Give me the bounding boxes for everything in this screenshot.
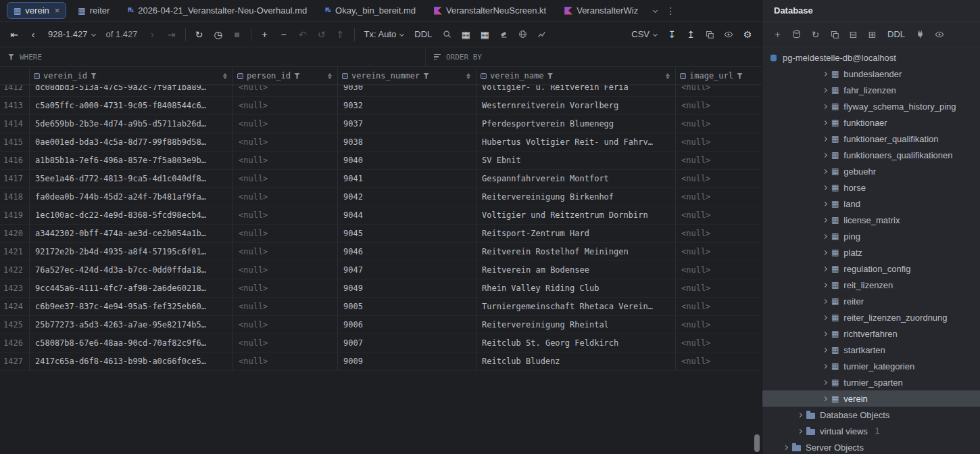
tree-item-table[interactable]: ▦ regulation_config [762, 260, 980, 277]
tree-item-table[interactable]: ▦ richtverfahren [762, 325, 980, 342]
tree-item-table[interactable]: ▦ ping [762, 228, 980, 244]
expand-chevron-icon[interactable] [823, 168, 827, 173]
cell-image-url[interactable]: <null> [676, 225, 762, 242]
filter-funnel-icon[interactable] [423, 73, 429, 79]
ddl-button[interactable]: DDL [410, 26, 437, 43]
table-row[interactable]: 1421 92172e2b-2b4d-4935-a8f4-57195c6f01…… [0, 243, 762, 261]
expand-chevron-icon[interactable] [823, 266, 827, 271]
grid-corner-cell[interactable] [0, 67, 30, 85]
cell-person-id[interactable]: <null> [233, 334, 338, 352]
column-header-verein-name[interactable]: verein_name [476, 67, 676, 85]
cell-image-url[interactable]: <null> [676, 353, 762, 370]
expand-chevron-icon[interactable] [823, 250, 827, 254]
expand-chevron-icon[interactable] [823, 315, 827, 319]
filter-funnel-icon[interactable] [737, 73, 743, 79]
tree-item-table[interactable]: ▦ gebuehr [762, 163, 980, 179]
row-number[interactable]: 1419 [0, 206, 30, 224]
filter-funnel-icon[interactable] [547, 73, 553, 79]
cell-verein-id[interactable]: 1ec100ac-dc22-4e9d-8368-5fcd98ecb4… [30, 206, 233, 224]
web-preview-icon[interactable] [514, 26, 531, 43]
revert-icon[interactable]: ↶ [294, 26, 312, 43]
row-number[interactable]: 1416 [0, 152, 30, 169]
cell-vereins-nummer[interactable]: 9037 [338, 115, 476, 133]
expand-chevron-icon[interactable] [823, 104, 827, 108]
expand-chevron-icon[interactable] [823, 282, 827, 287]
row-number[interactable]: 1418 [0, 188, 30, 206]
cell-image-url[interactable]: <null> [676, 243, 762, 260]
cell-person-id[interactable]: <null> [233, 353, 338, 370]
add-row-button[interactable]: + [256, 26, 274, 43]
cell-verein-name[interactable]: Reitclub St. Georg Feldkirch [476, 334, 676, 352]
view-mode-icon[interactable]: ▦ [457, 26, 474, 43]
cell-verein-name[interactable]: Pferdesportverein Blumenegg [476, 115, 676, 133]
disconnect-plug-icon[interactable] [912, 26, 929, 43]
cell-verein-name[interactable]: Turniergemeinschaft Rhetaca Verein… [476, 298, 676, 315]
cell-person-id[interactable]: <null> [233, 97, 338, 114]
eye-icon[interactable] [720, 26, 737, 43]
expand-chevron-icon[interactable] [823, 363, 827, 368]
last-page-button[interactable]: ⇥ [163, 26, 180, 43]
next-page-button[interactable]: › [144, 26, 162, 43]
cell-image-url[interactable]: <null> [676, 316, 762, 334]
row-number[interactable]: 1414 [0, 115, 30, 133]
tree-item-table[interactable]: ▦ turnier_sparten [762, 374, 980, 390]
cell-image-url[interactable]: <null> [676, 334, 762, 352]
refresh-icon[interactable]: ↻ [191, 26, 208, 43]
cell-verein-name[interactable]: Reitervereinigung Rheintal [476, 316, 676, 334]
cell-vereins-nummer[interactable]: 9007 [338, 334, 476, 352]
tree-item-table[interactable]: ▦ bundeslaender [762, 66, 980, 82]
first-page-button[interactable]: ⇤ [5, 26, 23, 43]
tree-item-table[interactable]: ▦ reiter_lizenzen_zuordnung [762, 309, 980, 325]
cell-verein-name[interactable]: Westernreitverein Vorarlberg [476, 97, 676, 114]
cell-verein-name[interactable]: Hubertus Voltigier Reit- und Fahrv… [476, 133, 676, 151]
expand-chevron-icon[interactable] [823, 233, 827, 238]
cell-image-url[interactable]: <null> [676, 97, 762, 114]
view-options-eye-icon[interactable] [931, 26, 948, 43]
cell-image-url[interactable]: <null> [676, 188, 762, 206]
cell-verein-id[interactable]: 5de659bb-2b3e-4d74-a9b5-d5711ab26d… [30, 115, 233, 133]
expand-chevron-icon[interactable] [798, 412, 802, 417]
tree-item-database-objects[interactable]: Database Objects [762, 407, 980, 423]
sort-arrows-icon[interactable] [466, 73, 472, 79]
cell-vereins-nummer[interactable]: 9040 [338, 152, 476, 169]
cell-image-url[interactable]: <null> [676, 133, 762, 151]
rollback-icon[interactable]: ↺ [313, 26, 330, 43]
cell-verein-id[interactable]: c5a05ffc-a000-4731-9c05-f8408544c6… [30, 97, 233, 114]
cell-verein-id[interactable]: 2417c65a-d6f8-4613-b99b-a0c66f0ce5… [30, 353, 233, 370]
cell-person-id[interactable]: <null> [233, 243, 338, 260]
import-upload-icon[interactable]: ↥ [682, 26, 700, 43]
cell-verein-name[interactable]: Voltigier und Reitzentrum Dornbirn [476, 206, 676, 224]
filter-funnel-icon[interactable] [294, 73, 300, 79]
cell-person-id[interactable]: <null> [233, 152, 338, 169]
cell-verein-name[interactable]: SV Ebnit [476, 152, 676, 169]
expand-chevron-icon[interactable] [823, 380, 827, 384]
cell-person-id[interactable]: <null> [233, 133, 338, 151]
sync-icon[interactable]: ↻ [807, 26, 824, 43]
gear-icon[interactable]: ⚙ [739, 26, 756, 43]
add-icon[interactable]: + [769, 26, 786, 43]
table-row[interactable]: 1416 a1b85b1a-7ef6-496a-857e-7f5a803e9b…… [0, 152, 762, 170]
tree-item-table[interactable]: ▦ horse [762, 179, 980, 196]
tab-okay-bin-bereit-md[interactable]: M↓ Okay,_bin_bereit.md [318, 2, 422, 19]
eraser-icon[interactable] [495, 26, 512, 43]
page-range-dropdown[interactable]: 928-1.427 [43, 26, 100, 43]
tree-item-table[interactable]: ▦ license_matrix [762, 212, 980, 228]
expand-chevron-icon[interactable] [823, 347, 827, 352]
sort-arrows-icon[interactable] [328, 73, 333, 79]
export-download-icon[interactable]: ↧ [663, 26, 681, 43]
cell-person-id[interactable]: <null> [233, 225, 338, 242]
cell-person-id[interactable]: <null> [233, 298, 338, 315]
table-row[interactable]: 1426 c58087b8-67e6-48aa-90cd-70af82c9f6…… [0, 334, 762, 353]
stop-icon[interactable]: ■ [228, 26, 246, 43]
column-header-person-id[interactable]: person_id [233, 67, 338, 85]
column-header-image-url[interactable]: image_url [676, 67, 762, 85]
cell-verein-name[interactable]: Reitverein am Bodensee [476, 261, 676, 279]
table-row[interactable]: 1414 5de659bb-2b3e-4d74-a9b5-d5711ab26d…… [0, 115, 762, 133]
cell-vereins-nummer[interactable]: 9005 [338, 298, 476, 315]
cell-verein-id[interactable]: fa0dea0b-744b-45d2-a24f-7b481af9fa… [30, 188, 233, 206]
scrollbar-thumb[interactable] [754, 434, 760, 452]
cell-person-id[interactable]: <null> [233, 206, 338, 224]
row-number[interactable]: 1415 [0, 133, 30, 151]
row-number[interactable]: 1413 [0, 97, 30, 114]
cell-verein-id[interactable]: 35ee1a46-d772-4813-9ca5-4d1c040df8… [30, 170, 233, 187]
